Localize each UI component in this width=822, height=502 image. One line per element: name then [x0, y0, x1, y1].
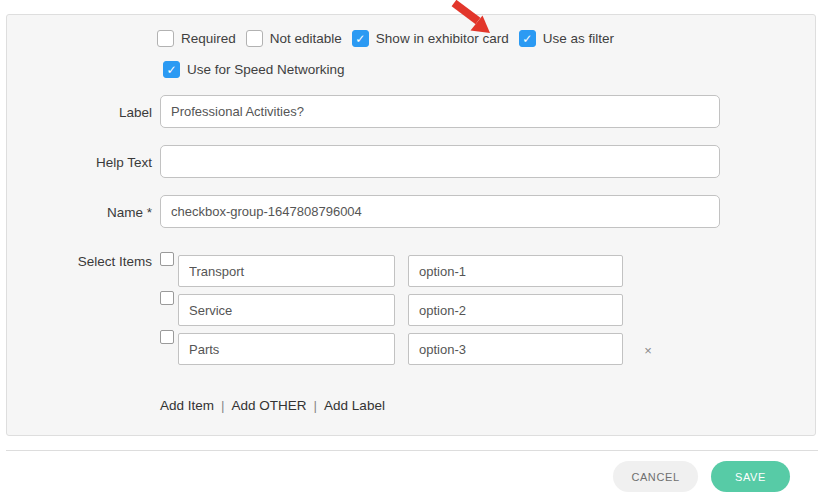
select-items-label: Select Items: [20, 254, 152, 269]
checkbox-options-row-1: ✓ Required ✓ Not editable ✓ Show in exhi…: [157, 30, 614, 47]
required-label: Required: [181, 31, 236, 46]
annotation-arrow-icon: [447, 0, 499, 36]
select-item-2-value-input[interactable]: [408, 294, 623, 326]
select-item-2-text-input[interactable]: [178, 294, 395, 326]
checkmark-icon: ✓: [522, 33, 532, 45]
not-editable-checkbox[interactable]: ✓: [246, 30, 263, 47]
checkmark-icon: ✓: [166, 64, 176, 76]
use-for-speed-networking-checkbox[interactable]: ✓: [163, 61, 180, 78]
name-field-label: Name *: [20, 205, 152, 220]
footer-divider: [6, 450, 818, 451]
checkmark-icon: ✓: [355, 33, 365, 45]
show-in-exhibitor-card-checkbox[interactable]: ✓: [352, 30, 369, 47]
checkbox-use-for-speed-networking[interactable]: ✓ Use for Speed Networking: [163, 61, 345, 78]
label-field-input[interactable]: [160, 95, 720, 128]
required-checkbox[interactable]: ✓: [157, 30, 174, 47]
checkbox-use-as-filter[interactable]: ✓ Use as filter: [519, 30, 614, 47]
name-field-input[interactable]: [160, 195, 720, 228]
select-item-1-value-input[interactable]: [408, 255, 623, 287]
select-item-3-text-input[interactable]: [178, 333, 395, 365]
save-button[interactable]: SAVE: [711, 461, 790, 492]
use-for-speed-networking-label: Use for Speed Networking: [187, 62, 345, 77]
links-separator: |: [221, 398, 225, 413]
select-item-2-checkbox[interactable]: [160, 291, 174, 305]
select-item-1-text-input[interactable]: [178, 255, 395, 287]
label-field-label: Label: [20, 105, 152, 120]
select-item-1-checkbox[interactable]: [160, 252, 174, 266]
add-item-link[interactable]: Add Item: [160, 398, 214, 413]
checkbox-options-row-2: ✓ Use for Speed Networking: [163, 61, 345, 78]
field-editor-dialog: ✓ Required ✓ Not editable ✓ Show in exhi…: [0, 0, 822, 502]
help-text-field-label: Help Text: [20, 155, 152, 170]
not-editable-label: Not editable: [270, 31, 342, 46]
add-label-link[interactable]: Add Label: [324, 398, 385, 413]
add-links: Add Item | Add OTHER | Add Label: [160, 398, 385, 413]
checkbox-not-editable[interactable]: ✓ Not editable: [246, 30, 342, 47]
select-item-3-checkbox[interactable]: [160, 330, 174, 344]
select-item-3-value-input[interactable]: [408, 333, 623, 365]
links-separator: |: [314, 398, 318, 413]
use-as-filter-checkbox[interactable]: ✓: [519, 30, 536, 47]
remove-item-icon[interactable]: ×: [641, 343, 655, 358]
checkbox-required[interactable]: ✓ Required: [157, 30, 236, 47]
use-as-filter-label: Use as filter: [543, 31, 614, 46]
add-other-link[interactable]: Add OTHER: [232, 398, 307, 413]
cancel-button[interactable]: CANCEL: [613, 461, 698, 492]
help-text-field-input[interactable]: [160, 145, 720, 178]
